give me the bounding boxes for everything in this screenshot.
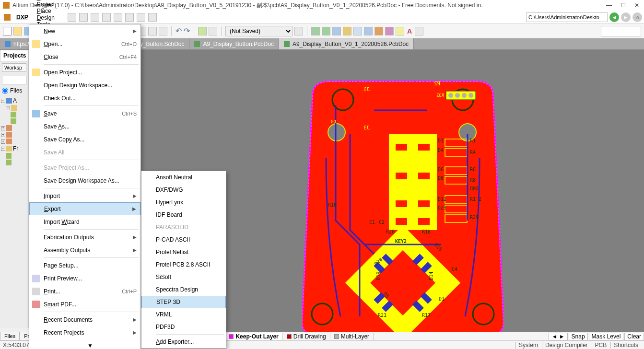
layer-btn-snap[interactable]: Snap xyxy=(569,333,588,340)
tool-icon[interactable] xyxy=(148,27,157,35)
toolbar-icon[interactable] xyxy=(114,13,122,22)
toolbar-icon[interactable] xyxy=(137,13,145,22)
file-menu-new[interactable]: New▶ xyxy=(29,24,141,37)
layer-tab[interactable]: Drill Drawing xyxy=(283,333,330,340)
open-icon[interactable] xyxy=(13,27,22,35)
layer-tab[interactable]: Keep-Out Layer xyxy=(225,333,282,340)
export-idf-board[interactable]: IDF Board xyxy=(141,209,226,221)
doc-tab[interactable]: A9_Display_Button.PcbDoc xyxy=(189,38,279,49)
status-link-shortcuts[interactable]: Shortcuts xyxy=(610,342,641,349)
file-menu-import-wizard[interactable]: Import Wizard xyxy=(29,215,141,228)
doc-tab[interactable]: A9_Display_Button_V0_1_20200526.PcbDoc xyxy=(279,38,414,49)
file-menu-open-project-[interactable]: Open Project... xyxy=(29,66,141,79)
file-menu-save[interactable]: SaveCtrl+S xyxy=(29,107,141,120)
file-menu-assembly-outputs[interactable]: Assembly Outputs▶ xyxy=(29,244,141,256)
forward-button[interactable]: ► xyxy=(621,12,631,22)
file-menu-page-setup-[interactable]: Page Setup... xyxy=(29,259,141,272)
status-link-pcb[interactable]: PCB xyxy=(592,342,610,349)
file-menu-open-[interactable]: Open...Ctrl+O xyxy=(29,37,141,50)
project-tree[interactable]: −A − + + + −Fr xyxy=(0,95,28,168)
tree-node[interactable]: Fr xyxy=(13,145,18,152)
file-menu-export[interactable]: Export▶ xyxy=(29,202,141,215)
file-menu-recent-projects[interactable]: Recent Projects▶ xyxy=(29,326,141,339)
export-pdf3d[interactable]: PDF3D xyxy=(141,321,226,333)
file-menu-fabrication-outputs[interactable]: Fabrication Outputs▶ xyxy=(29,231,141,244)
dxp-menu[interactable]: DXP xyxy=(12,14,32,21)
saved-views-select[interactable]: (Not Saved) xyxy=(225,26,293,36)
workspace-button[interactable]: Worksp xyxy=(2,63,26,72)
ref-r6: R6 xyxy=(470,167,476,172)
place-tool-icon[interactable] xyxy=(353,27,362,35)
maximize-button[interactable]: ☐ xyxy=(621,2,626,9)
export-dxf-dwg[interactable]: DXF/DWG xyxy=(141,184,226,196)
place-tool-icon[interactable] xyxy=(322,27,330,35)
tool-icon[interactable] xyxy=(159,27,167,35)
app-menu-icon[interactable] xyxy=(4,14,11,21)
layer-btn-clear[interactable]: Clear xyxy=(624,333,644,340)
status-link-system[interactable]: System xyxy=(515,342,541,349)
file-menu-recent-documents[interactable]: Recent Documents▶ xyxy=(29,313,141,326)
filter-input[interactable] xyxy=(2,76,26,84)
right-input[interactable] xyxy=(601,26,641,36)
undo-icon[interactable]: ↶ xyxy=(176,26,182,35)
place-tool-icon[interactable] xyxy=(385,27,394,35)
new-doc-icon[interactable] xyxy=(3,27,12,35)
minimize-button[interactable]: — xyxy=(606,2,612,9)
export-sisoft[interactable]: SiSoft xyxy=(141,271,226,283)
file-menu-print-[interactable]: Print...Ctrl+P xyxy=(29,285,141,298)
export-protel-pcb-2-8-ascii[interactable]: Protel PCB 2.8 ASCII xyxy=(141,258,226,271)
status-link-design-compiler[interactable]: Design Compiler xyxy=(542,342,591,349)
toolbar-icon[interactable] xyxy=(91,13,99,22)
file-menu-close[interactable]: CloseCtrl+F4 xyxy=(29,50,141,63)
place-tool-icon[interactable] xyxy=(343,27,351,35)
ref-r21: R21 xyxy=(378,313,386,318)
tool-icon[interactable] xyxy=(198,27,207,35)
export-ansoft-neutral[interactable]: Ansoft Neutral xyxy=(141,171,226,184)
redo-icon[interactable]: ↷ xyxy=(184,26,190,35)
file-menu-check-out-[interactable]: Check Out... xyxy=(29,92,141,105)
toolbar-icon[interactable] xyxy=(125,13,134,22)
export-step-3d[interactable]: STEP 3D xyxy=(141,296,226,308)
file-menu-save-as-[interactable]: Save As... xyxy=(29,120,141,133)
dropdown-arrow-icon[interactable] xyxy=(294,27,303,35)
layer-tab[interactable]: Multi-Layer xyxy=(330,333,374,340)
back-button[interactable]: ◄ xyxy=(609,12,619,22)
toolbar-icon[interactable] xyxy=(102,13,111,22)
export-hyperlynx[interactable]: HyperLynx xyxy=(141,196,226,209)
files-radio[interactable] xyxy=(2,88,8,94)
toolbar-icon[interactable] xyxy=(68,13,76,22)
export-vrml[interactable]: VRML xyxy=(141,308,226,321)
file-menu-smart-pdf-[interactable]: Smart PDF... xyxy=(29,298,141,311)
file-menu-save-design-workspace-as-[interactable]: Save Design Workspace As... xyxy=(29,174,141,187)
layer-btn-mask-level[interactable]: Mask Level xyxy=(589,333,624,340)
export-specctra-design[interactable]: Specctra Design xyxy=(141,283,226,296)
close-button[interactable]: ✕ xyxy=(634,2,639,9)
tree-node[interactable]: A xyxy=(13,97,17,104)
bl-tab-files[interactable]: Files xyxy=(0,332,20,340)
export-p-cad-ascii[interactable]: P-CAD ASCII xyxy=(141,233,226,246)
layer-nav[interactable]: ◄ ► xyxy=(549,333,567,340)
svg-point-8 xyxy=(455,93,460,98)
export-protel-netlist[interactable]: Protel Netlist xyxy=(141,246,226,258)
export-add-exporter-[interactable]: Add Exporter... xyxy=(141,336,226,348)
home-button[interactable]: ⌂ xyxy=(632,12,642,22)
menu-design[interactable]: Design xyxy=(32,14,62,21)
place-tool-icon[interactable] xyxy=(332,27,341,35)
place-tool-icon[interactable] xyxy=(396,27,404,35)
file-menu-open-design-workspace-[interactable]: Open Design Workspace... xyxy=(29,79,141,92)
text-tool-icon[interactable]: A xyxy=(406,27,413,35)
menu-place[interactable]: Place xyxy=(32,8,62,14)
tool-icon[interactable] xyxy=(209,27,217,35)
file-menu-save-copy-as-[interactable]: Save Copy As... xyxy=(29,133,141,146)
toolbar-icon[interactable] xyxy=(79,13,88,22)
place-tool-icon[interactable] xyxy=(364,27,373,35)
file-menu-print-preview-[interactable]: Print Preview... xyxy=(29,272,141,285)
place-tool-icon[interactable] xyxy=(311,27,320,35)
ref-d1b: D1 xyxy=(439,296,445,302)
place-tool-icon[interactable] xyxy=(415,27,423,35)
menu-project[interactable]: Project xyxy=(32,1,62,8)
path-input[interactable] xyxy=(526,12,608,22)
toolbar-icon[interactable] xyxy=(148,13,157,22)
file-menu-import[interactable]: Import▶ xyxy=(29,189,141,202)
place-tool-icon[interactable] xyxy=(375,27,383,35)
